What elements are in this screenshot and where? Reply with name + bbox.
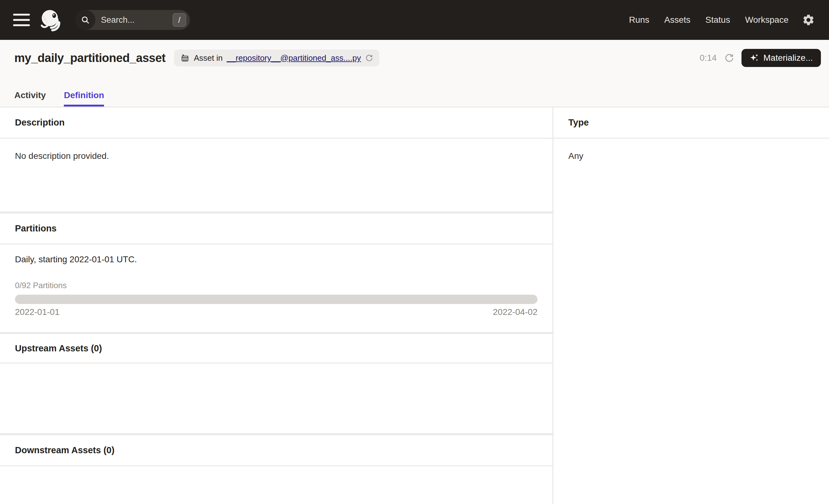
asset-repository-link[interactable]: __repository__@partitioned_ass....py bbox=[227, 53, 361, 63]
partitions-summary: Daily, starting 2022-01-01 UTC. bbox=[15, 254, 538, 264]
left-column: Description No description provided. Par… bbox=[0, 107, 552, 504]
partitions-progress-bar bbox=[15, 295, 538, 304]
refresh-icon[interactable] bbox=[724, 53, 734, 63]
top-navbar: / Runs Assets Status Workspace bbox=[0, 0, 829, 40]
repository-icon bbox=[180, 53, 190, 63]
page-title: my_daily_partitioned_asset bbox=[14, 51, 166, 65]
nav-links: Runs Assets Status Workspace bbox=[629, 15, 789, 25]
nav-link-runs[interactable]: Runs bbox=[629, 15, 649, 25]
description-section-header: Description bbox=[0, 107, 552, 139]
tab-activity[interactable]: Activity bbox=[14, 90, 46, 107]
definition-content: Description No description provided. Par… bbox=[0, 107, 829, 504]
materialize-label: Materialize... bbox=[763, 53, 813, 63]
search-box[interactable]: / bbox=[75, 10, 190, 30]
partition-range-start: 2022-01-01 bbox=[15, 307, 60, 317]
menu-icon[interactable] bbox=[13, 14, 30, 26]
partitions-progress-label: 0/92 Partitions bbox=[15, 281, 538, 290]
search-input[interactable] bbox=[95, 15, 173, 25]
downstream-assets-header: Downstream Assets (0) bbox=[0, 435, 552, 466]
asset-badge-prefix: Asset in bbox=[194, 53, 223, 63]
downstream-assets-body bbox=[0, 466, 552, 504]
dagster-logo-icon[interactable] bbox=[39, 7, 64, 32]
upstream-assets-header: Upstream Assets (0) bbox=[0, 334, 552, 363]
asset-location-badge: Asset in __repository__@partitioned_ass.… bbox=[174, 49, 379, 66]
partitions-section-header: Partitions bbox=[0, 213, 552, 245]
nav-link-assets[interactable]: Assets bbox=[664, 15, 690, 25]
search-shortcut-key: / bbox=[173, 13, 186, 27]
partitions-body: Daily, starting 2022-01-01 UTC. 0/92 Par… bbox=[0, 245, 552, 332]
refresh-timer: 0:14 bbox=[700, 53, 717, 63]
description-body: No description provided. bbox=[0, 139, 552, 212]
page-header: my_daily_partitioned_asset Asset in __re… bbox=[0, 40, 829, 107]
type-section-header: Type bbox=[553, 107, 829, 139]
partition-range-end: 2022-04-02 bbox=[493, 307, 538, 317]
type-value: Any bbox=[553, 139, 829, 174]
search-icon bbox=[75, 10, 95, 30]
sparkles-icon bbox=[750, 53, 759, 63]
badge-reload-icon[interactable] bbox=[365, 54, 373, 62]
nav-link-workspace[interactable]: Workspace bbox=[745, 15, 789, 25]
upstream-assets-body bbox=[0, 363, 552, 433]
tabs: Activity Definition bbox=[0, 90, 829, 107]
materialize-button[interactable]: Materialize... bbox=[742, 49, 821, 67]
right-column: Type Any bbox=[552, 107, 829, 504]
settings-gear-icon[interactable] bbox=[802, 13, 815, 27]
tab-definition[interactable]: Definition bbox=[64, 90, 104, 107]
nav-link-status[interactable]: Status bbox=[706, 15, 730, 25]
